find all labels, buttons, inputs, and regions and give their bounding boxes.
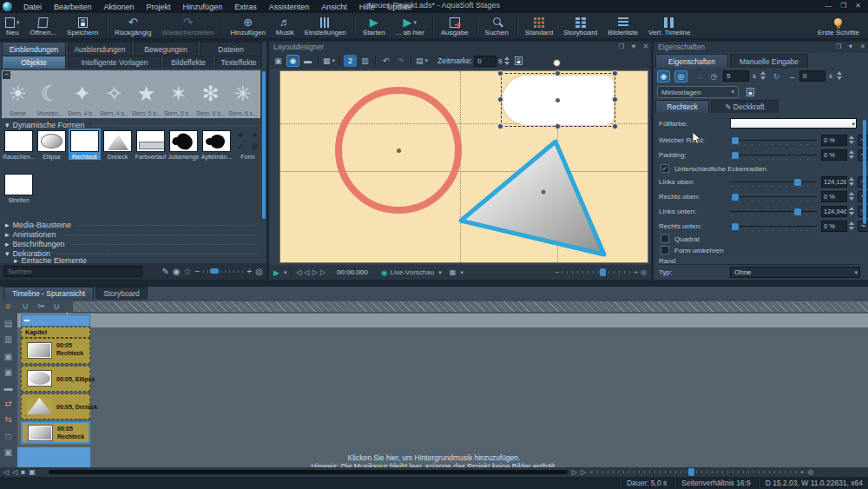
reset-zoom-icon[interactable]: ◎ [255, 268, 263, 276]
show-object-toggle[interactable]: ◉ [657, 70, 670, 83]
gallery-item-stern6s[interactable]: ✳Stern, 6 s... [227, 70, 259, 118]
minimize-button[interactable]: — [825, 2, 832, 10]
close-button[interactable]: ✕ [855, 2, 861, 10]
stretch-handle-icon[interactable]: ↔ [23, 385, 28, 390]
tab-ausblendungen[interactable]: Ausblendungen [68, 42, 132, 56]
fill-color-swatch[interactable]: ▾ [730, 118, 857, 129]
bottom-right-value[interactable]: 0 % [821, 221, 847, 232]
duplicate2-icon[interactable]: ▣ [2, 367, 15, 377]
bottom-left-slider[interactable] [730, 208, 817, 216]
dyn-item-dreieck[interactable]: Dreieck [102, 130, 134, 160]
frame-button[interactable]: ▣ [29, 468, 36, 476]
padding-spinner[interactable] [848, 149, 855, 160]
offset-input[interactable]: 0 [799, 70, 825, 82]
menu-bearbeiten[interactable]: Bearbeiten [48, 2, 98, 12]
menu-assistenten[interactable]: Assistenten [263, 2, 316, 12]
soft-edge-slider[interactable] [730, 137, 817, 145]
timeline-item-dreieck[interactable]: 00:05, Dreieck ↔ [21, 393, 90, 420]
resize-handle-w[interactable] [497, 96, 503, 102]
timeline-zoom-slider[interactable] [597, 471, 797, 473]
save-template-icon[interactable] [744, 86, 757, 98]
restore-button[interactable]: ❐ [840, 2, 846, 10]
border-type-select[interactable]: Ohne▾ [730, 267, 860, 278]
resize-handle-se[interactable] [612, 123, 618, 129]
first-steps-button[interactable]: Erste Schritte [812, 13, 868, 38]
eye-icon[interactable]: ◉ [173, 268, 181, 276]
skip-back-button[interactable]: ◁ [305, 268, 310, 276]
dyn-item-apfelmaennchen[interactable]: Apfelmän... [201, 130, 233, 160]
menu-hinzufuegen[interactable]: Hinzufügen [177, 2, 229, 12]
canvas-zoom-slider[interactable] [562, 271, 631, 274]
play-button[interactable]: ▷ [572, 468, 577, 476]
bar-icon[interactable]: ▬ [2, 383, 15, 393]
background-button[interactable]: ▦ [450, 268, 457, 276]
padding-value[interactable]: 0 % [821, 149, 847, 161]
output-button[interactable]: Ausgabe [436, 13, 474, 38]
bottom-right-slider[interactable] [730, 223, 817, 231]
imagelist-view-button[interactable]: Bilderliste [602, 13, 643, 38]
zoom-state-button[interactable]: 2 [344, 55, 357, 67]
menu-datei[interactable]: Datei [17, 2, 48, 12]
resize-handle-sw[interactable] [497, 123, 503, 129]
music-hint-line1[interactable]: Klicken Sie hier, um Hintergrundmusik hi… [0, 453, 868, 462]
cut-icon[interactable]: ✂ [35, 301, 48, 311]
tab-deckkraft[interactable]: ✎ Deckkraft [711, 100, 779, 113]
skip-forward-button[interactable]: ▷ [320, 268, 326, 276]
duration-input[interactable]: 5 [723, 70, 749, 82]
timeline-scrollbar[interactable] [48, 470, 569, 474]
panel-close-icon[interactable]: ✕ [643, 43, 648, 50]
track-rows-icon[interactable]: ▤ [2, 319, 15, 328]
chapter-bar[interactable] [21, 314, 90, 327]
redo-button[interactable]: ↷ Wiederherstellen [156, 13, 219, 38]
transition2-icon[interactable]: ∪ [50, 301, 63, 311]
timeline-track-area[interactable] [17, 313, 868, 467]
gallery-item-stern6b[interactable]: ✻Stern, 6 b... [194, 70, 227, 118]
resize-handle-n[interactable] [555, 70, 561, 76]
new-button[interactable]: ▾ Neu [0, 13, 25, 38]
soft-edge-spinner[interactable] [848, 135, 855, 145]
resize-handle-s[interactable] [555, 123, 561, 129]
form-umkehren-checkbox[interactable] [661, 246, 669, 254]
bottom-left-spinner[interactable] [848, 206, 855, 216]
undo-button[interactable]: ↶ Rückgängig [109, 13, 156, 38]
rotation-handle[interactable] [553, 59, 561, 67]
dyn-item-form[interactable]: ♥ ✦ ✓ ⊕ Form [232, 130, 264, 160]
resize-handle-e[interactable] [612, 96, 618, 102]
offset-spinner[interactable] [836, 70, 843, 81]
refresh-icon[interactable]: ↻ [770, 70, 783, 83]
gallery-item-stern4b[interactable]: ✦Stern, 4 b... [66, 70, 98, 118]
zoom-in-icon[interactable]: + [247, 268, 252, 276]
timeline-item-ellipse[interactable]: 00:05, Ellipse ↔ [21, 366, 90, 392]
bottom-right-spinner[interactable] [848, 221, 855, 231]
panel-pin-icon[interactable]: ▼ [847, 43, 853, 50]
top-left-slider[interactable] [730, 179, 817, 187]
timeline-fit-button[interactable]: ◎ [807, 468, 813, 476]
panel-close-icon[interactable]: ✕ [860, 43, 865, 50]
collapse-gallery-button[interactable]: − [3, 71, 10, 79]
zeitmarke-spinner[interactable] [503, 56, 510, 66]
rectangle-center-handle[interactable] [556, 98, 560, 102]
circle-center-handle[interactable] [397, 149, 401, 153]
tab-bildeffekte[interactable]: Bildeffekte [163, 56, 214, 69]
loop-toggle[interactable]: ◌ [694, 70, 707, 83]
circle-mode-icon[interactable]: ◉ [286, 55, 299, 67]
gallery-item-stern5b[interactable]: ★Stern, 5 b... [130, 70, 162, 118]
dyn-item-ellipse[interactable]: Ellipse [36, 130, 68, 160]
dyn-item-farbverlauf[interactable]: Farbverlauf [135, 130, 167, 160]
tab-eigenschaften[interactable]: Eigenschaften [655, 54, 728, 68]
grid-settings-button[interactable]: ▦▾ [322, 55, 336, 67]
gallery-item-stern4s[interactable]: ✧Stern, 4 s... [98, 70, 130, 118]
start-from-here-button[interactable]: ▶▾ ... ab hier [391, 13, 430, 38]
show-path-toggle[interactable]: ◎ [674, 70, 687, 83]
section-media-bausteine[interactable]: ▸Media-Bausteine [5, 221, 257, 229]
tab-storyboard[interactable]: Storyboard [95, 287, 148, 300]
properties-scrollbar[interactable] [863, 120, 866, 224]
thumbnail-size-slider[interactable] [203, 270, 243, 273]
top-left-spinner[interactable] [848, 176, 855, 187]
tab-objekte[interactable]: Objekte [2, 56, 66, 69]
live-preview-label[interactable]: Live-Vorschau [391, 268, 435, 276]
triangle-shape[interactable] [452, 131, 613, 261]
swap-icon[interactable]: ⇄ [2, 399, 15, 408]
timeline-item-rechteck-2-selected[interactable]: 00:05Rechteck [21, 421, 90, 444]
transition-icon[interactable]: ∪ [19, 301, 32, 311]
